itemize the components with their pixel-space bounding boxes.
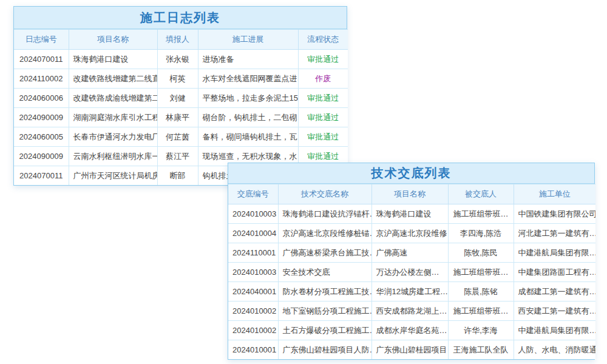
disclosure-project-cell[interactable]: 京沪高速北京段维修 <box>371 224 448 243</box>
log-progress-cell: 平整场地，拉走多余泥土15… <box>198 89 298 108</box>
disclosure-unit-cell: 西安建工第一建筑有… <box>514 302 595 321</box>
disclosure-table-row[interactable]: 2024010002 地下室钢筋分项工程施工… 西安成都路龙湖上… 施工班组带班… <box>228 302 595 321</box>
construction-log-title: 施工日志列表 <box>14 7 347 29</box>
log-progress-cell: 备料，砌间墙钩机排土，瓦… <box>198 127 298 147</box>
disclosure-unit-cell: 成都建工第一建筑有… <box>514 282 595 302</box>
log-id-cell[interactable]: 2024090009 <box>14 147 69 166</box>
disclosure-project-cell[interactable]: 广佛高速 <box>371 243 448 263</box>
disclosure-unit-cell: 河北建工第一建筑有… <box>514 224 595 243</box>
disclosure-name-cell[interactable]: 防水卷材分项工程施工技… <box>278 282 371 302</box>
log-id-cell[interactable]: 2024070011 <box>14 166 69 186</box>
disclosure-header-row: 交底编号 技术交底名称 项目名称 被交底人 施工单位 <box>228 184 595 204</box>
log-table-row[interactable]: 2024060006 改建铁路成渝线增建第二… 刘健 平整场地，拉走多余泥土15… <box>14 89 348 108</box>
disclosure-name-cell[interactable]: 京沪高速北京段维修桩锚… <box>278 224 371 243</box>
disclosure-recipients-cell: 许华,李海 <box>448 321 514 340</box>
disclosure-id-cell[interactable]: 2024010002 <box>228 302 278 321</box>
log-col-reporter: 填报人 <box>157 30 198 50</box>
disclosure-id-cell[interactable]: 2024010002 <box>228 321 278 340</box>
disclosure-unit-cell: 中建港航局集团有限… <box>514 321 595 340</box>
disclosure-recipients-cell: 王海施工队全队 <box>448 340 514 360</box>
log-status-badge: 作废 <box>298 69 348 89</box>
disclosure-id-cell[interactable]: 2024010001 <box>228 340 278 360</box>
log-reporter-cell: 蔡江平 <box>157 147 198 166</box>
disclosure-unit-cell: 中国铁建集团有限公司 <box>514 204 595 224</box>
log-table-row[interactable]: 2024070011 珠海鹤港口建设 张永银 进场准备 审批通过 <box>14 50 348 69</box>
disclosure-recipients-cell: 陈牧,陈民 <box>448 243 514 263</box>
log-reporter-cell: 张永银 <box>157 50 198 69</box>
log-table-row[interactable]: 2024110002 改建铁路线增建第二线直… 柯英 水车对全线遮阳网覆盖点进…… <box>14 69 348 89</box>
disclosure-table-row[interactable]: 2024110001 广佛高速桥梁承台施工技… 广佛高速 陈牧,陈民 中建港航局… <box>228 243 595 263</box>
log-id-cell[interactable]: 2024060006 <box>14 89 69 108</box>
disclosure-name-cell[interactable]: 珠海鹤港口建设抗浮锚杆… <box>278 204 371 224</box>
disclosure-unit-cell: 中建港航局集团有限… <box>514 243 595 263</box>
log-id-cell[interactable]: 2024070011 <box>14 50 69 69</box>
disclosure-id-cell[interactable]: 2024010004 <box>228 224 278 243</box>
log-project-cell[interactable]: 湖南洞庭湖水库引水工程… <box>69 108 157 127</box>
disclosure-id-cell[interactable]: 2024110001 <box>228 243 278 263</box>
disclosure-table-row[interactable]: 2024040001 防水卷材分项工程施工技… 华润12城房建工程… 陈晨,陈铭… <box>228 282 595 302</box>
log-reporter-cell: 柯英 <box>157 69 198 89</box>
disclosure-name-cell[interactable]: 土石方爆破分项工程施工… <box>278 321 371 340</box>
log-id-cell[interactable]: 2024060005 <box>14 127 69 147</box>
technical-disclosure-table: 交底编号 技术交底名称 项目名称 被交底人 施工单位 2024010003 珠海… <box>228 184 595 359</box>
page: 施工日志列表 日志编号 项目名称 填报人 施工进展 流程状态 202407001… <box>0 0 607 364</box>
log-id-cell[interactable]: 2024110002 <box>14 69 69 89</box>
disclosure-table-row[interactable]: 2024010003 安全技术交底 万达办公楼左侧… 施工班组带班… 中建集团路… <box>228 263 595 282</box>
log-status-badge: 审批通过 <box>298 50 348 69</box>
disclosure-id-cell[interactable]: 2024010003 <box>228 263 278 282</box>
log-table-row[interactable]: 2024090009 湖南洞庭湖水库引水工程… 林康平 砌台阶，钩机排土，二包砌… <box>14 108 348 127</box>
disclosure-project-cell[interactable]: 广东佛山碧桂园项目 <box>371 340 448 360</box>
log-reporter-cell: 何芷茵 <box>157 127 198 147</box>
disclosure-col-project: 项目名称 <box>371 184 448 204</box>
technical-disclosure-panel: 技术交底列表 交底编号 技术交底名称 项目名称 被交底人 施工单位 202401… <box>228 163 595 360</box>
disclosure-col-id: 交底编号 <box>228 184 278 204</box>
disclosure-name-cell[interactable]: 地下室钢筋分项工程施工… <box>278 302 371 321</box>
log-id-cell[interactable]: 2024090009 <box>14 108 69 127</box>
log-status-badge: 审批通过 <box>298 108 348 127</box>
construction-log-table: 日志编号 项目名称 填报人 施工进展 流程状态 2024070011 珠海鹤港口… <box>14 29 348 185</box>
log-reporter-cell: 林康平 <box>157 108 198 127</box>
log-header-row: 日志编号 项目名称 填报人 施工进展 流程状态 <box>14 30 348 50</box>
disclosure-table-row[interactable]: 2024010001 广东佛山碧桂园项目人防… 广东佛山碧桂园项目 王海施工队全… <box>228 340 595 360</box>
disclosure-project-cell[interactable]: 华润12城房建工程… <box>371 282 448 302</box>
disclosure-col-unit: 施工单位 <box>514 184 595 204</box>
disclosure-table-row[interactable]: 2024010003 珠海鹤港口建设抗浮锚杆… 珠海鹤港口建设 施工班组带班… … <box>228 204 595 224</box>
log-col-status: 流程状态 <box>298 30 348 50</box>
disclosure-id-cell[interactable]: 2024010003 <box>228 204 278 224</box>
disclosure-recipients-cell: 施工班组带班… <box>448 263 514 282</box>
log-col-id: 日志编号 <box>14 30 69 50</box>
log-progress-cell: 进场准备 <box>198 50 298 69</box>
disclosure-id-cell[interactable]: 2024040001 <box>228 282 278 302</box>
disclosure-table-row[interactable]: 2024010004 京沪高速北京段维修桩锚… 京沪高速北京段维修 李四海,陈浩… <box>228 224 595 243</box>
disclosure-project-cell[interactable]: 西安成都路龙湖上… <box>371 302 448 321</box>
disclosure-recipients-cell: 施工班组带班… <box>448 302 514 321</box>
disclosure-col-name: 技术交底名称 <box>278 184 371 204</box>
disclosure-recipients-cell: 陈晨,陈铭 <box>448 282 514 302</box>
log-project-cell[interactable]: 改建铁路成渝线增建第二… <box>69 89 157 108</box>
log-project-cell[interactable]: 珠海鹤港口建设 <box>69 50 157 69</box>
disclosure-project-cell[interactable]: 成都水岸华庭名苑… <box>371 321 448 340</box>
log-project-cell[interactable]: 改建铁路线增建第二线直… <box>69 69 157 89</box>
log-status-badge: 审批通过 <box>298 127 348 147</box>
disclosure-project-cell[interactable]: 珠海鹤港口建设 <box>371 204 448 224</box>
disclosure-name-cell[interactable]: 广佛高速桥梁承台施工技… <box>278 243 371 263</box>
construction-log-panel: 施工日志列表 日志编号 项目名称 填报人 施工进展 流程状态 202407001… <box>13 6 347 186</box>
disclosure-unit-cell: 人防、水电、消防暖通 <box>514 340 595 360</box>
disclosure-name-cell[interactable]: 广东佛山碧桂园项目人防… <box>278 340 371 360</box>
disclosure-name-cell[interactable]: 安全技术交底 <box>278 263 371 282</box>
disclosure-unit-cell: 中建集团路面工程有… <box>514 263 595 282</box>
log-table-row[interactable]: 2024060005 长春市伊通河水力发电厂… 何芷茵 备料，砌间墙钩机排土，瓦… <box>14 127 348 147</box>
log-project-cell[interactable]: 长春市伊通河水力发电厂… <box>69 127 157 147</box>
log-col-progress: 施工进展 <box>198 30 298 50</box>
log-progress-cell: 砌台阶，钩机排土，二包砌… <box>198 108 298 127</box>
log-reporter-cell: 刘健 <box>157 89 198 108</box>
disclosure-project-cell[interactable]: 万达办公楼左侧… <box>371 263 448 282</box>
log-reporter-cell: 断部 <box>157 166 198 186</box>
log-project-cell[interactable]: 云南水利枢纽潜明水库一… <box>69 147 157 166</box>
disclosure-col-recipients: 被交底人 <box>448 184 514 204</box>
disclosure-table-row[interactable]: 2024010002 土石方爆破分项工程施工… 成都水岸华庭名苑… 许华,李海 … <box>228 321 595 340</box>
log-project-cell[interactable]: 广州市天河区统计局机房… <box>69 166 157 186</box>
disclosure-recipients-cell: 李四海,陈浩 <box>448 224 514 243</box>
technical-disclosure-title: 技术交底列表 <box>228 163 594 184</box>
log-col-project: 项目名称 <box>69 30 157 50</box>
